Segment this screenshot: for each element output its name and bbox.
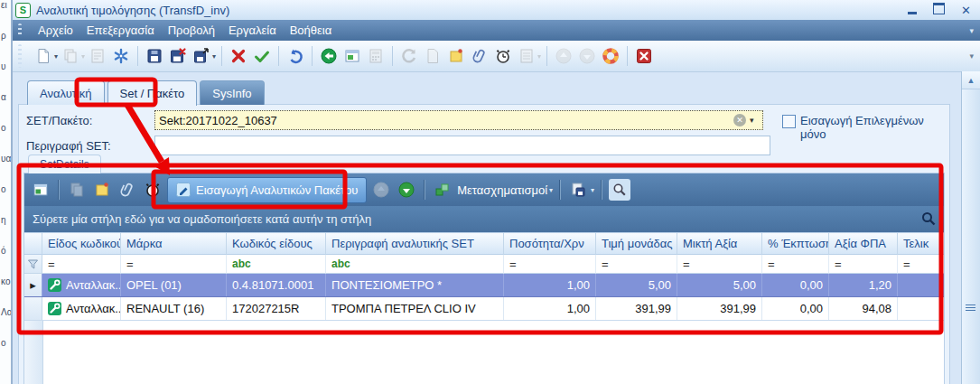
grid-form-icon[interactable] [30, 179, 51, 201]
grid-design-search-icon[interactable] [609, 179, 630, 201]
document-icon[interactable] [422, 44, 443, 68]
cell-quantity[interactable]: 1,00 [504, 297, 596, 320]
cell-brand[interactable]: OPEL (01) [121, 274, 227, 296]
cell-gross-value[interactable]: 5,00 [677, 274, 762, 296]
new-document-dropdown[interactable]: ▾ [54, 52, 58, 61]
save-as-dropdown[interactable]: ▾ [212, 52, 216, 61]
copy-dropdown[interactable]: ▾ [81, 52, 85, 61]
cell-gross-value[interactable]: 391,99 [677, 297, 762, 320]
menu-overflow-chevron[interactable]: ▾ [969, 26, 974, 35]
clear-icon[interactable]: ✕ [733, 114, 746, 126]
filter-cell[interactable]: = [762, 255, 829, 274]
refresh-icon[interactable] [398, 44, 420, 68]
export-layout-dropdown[interactable]: ▾ [591, 186, 594, 194]
cell-item-type[interactable]: Ανταλλακ... [42, 274, 121, 296]
grid-navigate-down-icon[interactable] [396, 179, 417, 201]
filter-cell[interactable]: = [596, 255, 677, 274]
cell-code[interactable]: 0.4.81071.0001 [227, 274, 326, 296]
column-header[interactable]: Κωδικός είδους [227, 233, 326, 255]
desc-set-input[interactable] [154, 136, 770, 155]
column-header[interactable]: Μικτή Αξία [677, 233, 762, 255]
navigate-up-icon[interactable] [553, 44, 574, 68]
close-window-icon[interactable] [633, 44, 655, 68]
calculator-icon[interactable] [365, 44, 387, 68]
filter-cell[interactable]: = [829, 255, 898, 274]
menu-item-tools[interactable]: Εργαλεία [229, 23, 276, 37]
toolbar-overflow-chevron[interactable]: ▾ [969, 52, 974, 61]
filter-funnel-icon[interactable] [24, 255, 42, 274]
tab-sysinfo[interactable]: SysInfo [200, 80, 264, 105]
alarm-icon[interactable] [492, 44, 514, 68]
column-header[interactable]: % Έκπτωσης [762, 233, 829, 255]
filter-cell[interactable]: abc [326, 255, 504, 274]
grid-note-icon[interactable] [91, 179, 113, 201]
form-icon[interactable] [341, 44, 363, 68]
cell-item-type[interactable]: Ανταλλακ... [42, 297, 121, 320]
export-layout-icon[interactable] [567, 179, 589, 201]
menu-item-edit[interactable]: Επεξεργασία [87, 23, 154, 37]
cell-final[interactable] [898, 297, 945, 320]
menu-item-view[interactable]: Προβολή [168, 23, 215, 37]
table-row[interactable]: Ανταλλακ... RENAULT (16) 172027215R ΤΡΟΜ… [24, 297, 944, 321]
column-header[interactable]: Είδος κωδικού [42, 233, 121, 255]
exit-icon[interactable] [318, 44, 340, 68]
groupby-bar[interactable]: Σύρετε μία στήλη εδώ για να ομαδοποιήσετ… [24, 206, 944, 232]
cell-vat[interactable]: 1,20 [829, 274, 898, 296]
cell-unit-price[interactable]: 5,00 [596, 274, 677, 296]
cell-unit-price[interactable]: 391,99 [596, 297, 677, 320]
report-icon[interactable] [516, 44, 537, 68]
new-document-icon[interactable] [33, 44, 54, 68]
grid-copy-icon[interactable] [66, 179, 88, 201]
column-header[interactable]: Τιμή μονάδας [596, 233, 677, 255]
tab-setdetails[interactable]: SetDetails [28, 155, 101, 173]
filter-cell[interactable]: = [121, 255, 227, 274]
tab-set-paketo[interactable]: Set / Πακέτο [107, 80, 198, 106]
apply-import-icon[interactable] [110, 44, 132, 68]
grid-alarm-icon[interactable] [142, 179, 163, 201]
navigate-down-icon[interactable] [576, 44, 598, 68]
filter-cell[interactable]: = [677, 255, 762, 274]
cell-discount[interactable]: 0,00 [762, 274, 829, 296]
note-icon[interactable] [445, 44, 467, 68]
cell-description[interactable]: ΠΟΝΤΕΣΙΟΜΕΤΡΟ * [326, 274, 504, 296]
set-paketo-combo[interactable]: ✕ ▾ [154, 110, 763, 130]
minimize-button[interactable] [908, 4, 917, 17]
attachment-icon[interactable] [469, 44, 490, 68]
filter-cell[interactable]: = [42, 255, 121, 274]
tab-analytiki[interactable]: Αναλυτική [27, 80, 105, 105]
filter-cell[interactable]: = [504, 255, 596, 274]
properties-icon[interactable] [87, 44, 108, 68]
save-delete-icon[interactable] [167, 44, 189, 68]
column-header[interactable]: Περιγραφή αναλυτικής SET [326, 233, 504, 255]
transform-icon[interactable] [432, 179, 453, 201]
menu-item-file[interactable]: Αρχείο [38, 23, 73, 37]
save-as-icon[interactable] [191, 44, 212, 68]
confirm-icon[interactable] [251, 44, 273, 68]
set-paketo-input[interactable] [155, 114, 733, 127]
filter-cell[interactable]: abc [227, 255, 326, 274]
splitter-grip-icon[interactable] [966, 303, 975, 313]
cell-code[interactable]: 172027215R [227, 297, 326, 320]
undo-icon[interactable] [285, 44, 306, 68]
report-dropdown[interactable]: ▾ [537, 52, 541, 61]
cell-final[interactable] [898, 274, 945, 296]
cancel-icon[interactable] [228, 44, 249, 68]
cell-description[interactable]: ΤΡΟΜΠΑ ΠΕΤΡΕΛ CLIO IV [326, 297, 504, 320]
maximize-button[interactable] [933, 3, 945, 17]
cell-vat[interactable]: 94,08 [829, 297, 898, 320]
column-header[interactable]: Ποσότητα/Χρν [504, 233, 596, 255]
vertical-scrollbar[interactable]: ▲ [961, 71, 980, 384]
column-header[interactable]: Μάρκα [121, 233, 227, 255]
filter-cell[interactable]: = [898, 255, 945, 274]
cell-brand[interactable]: RENAULT (16) [121, 297, 227, 320]
table-row[interactable]: ▸ Ανταλλακ... OPEL (01) 0.4.81071.0001 Π… [24, 274, 944, 297]
grid-search-icon[interactable] [920, 211, 937, 227]
copy-icon[interactable] [60, 44, 81, 68]
cell-discount[interactable]: 0,00 [762, 297, 829, 320]
grid-attachment-icon[interactable] [117, 179, 138, 201]
grid-navigate-up-icon[interactable] [370, 179, 392, 201]
close-button[interactable]: ✕ [961, 5, 971, 16]
transform-dropdown[interactable]: ▾ [549, 186, 553, 194]
column-header[interactable]: Αξία ΦΠΑ [829, 233, 898, 255]
help-ring-icon[interactable] [600, 44, 621, 68]
